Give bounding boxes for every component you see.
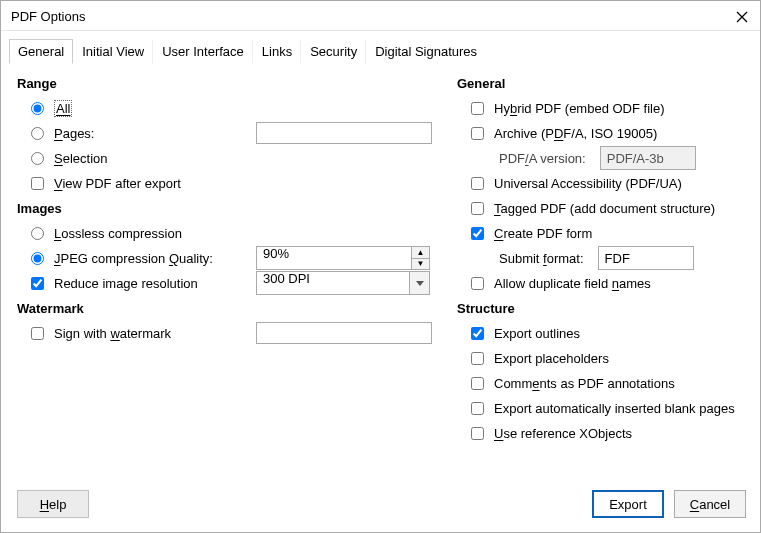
- range-pages-input[interactable]: [31, 127, 44, 140]
- tagged-pdf-checkbox[interactable]: Tagged PDF (add document structure): [471, 196, 746, 220]
- tab-digital-signatures[interactable]: Digital Signatures: [366, 39, 485, 64]
- export-auto-blank-label: Export automatically inserted blank page…: [494, 401, 735, 416]
- pdfa-value: [601, 147, 761, 169]
- sign-watermark-input[interactable]: [31, 327, 44, 340]
- spinner-up-icon[interactable]: ▲: [412, 247, 429, 259]
- create-pdf-form-label: Create PDF form: [494, 226, 592, 241]
- archive-checkbox[interactable]: Archive (PDF/A, ISO 19005): [471, 121, 746, 145]
- close-icon: [736, 11, 748, 23]
- titlebar: PDF Options: [1, 1, 760, 31]
- images-heading: Images: [17, 201, 437, 216]
- create-pdf-form-input[interactable]: [471, 227, 484, 240]
- submit-format-value[interactable]: [599, 247, 761, 269]
- pdfa-version-label: PDF/A version:: [499, 151, 586, 166]
- range-pages-label: Pages:: [54, 126, 250, 141]
- allow-duplicate-checkbox[interactable]: Allow duplicate field names: [471, 271, 746, 295]
- pdfa-version-row: PDF/A version:: [471, 146, 746, 170]
- tagged-pdf-label: Tagged PDF (add document structure): [494, 201, 715, 216]
- range-selection-input[interactable]: [31, 152, 44, 165]
- content-area: Range All Pages: Selection View PDF afte…: [1, 64, 760, 456]
- reduce-resolution-input[interactable]: [31, 277, 44, 290]
- tab-links[interactable]: Links: [253, 39, 301, 64]
- general-heading: General: [457, 76, 746, 91]
- range-selection-radio[interactable]: Selection: [31, 146, 437, 170]
- window-title: PDF Options: [11, 9, 85, 24]
- jpeg-input[interactable]: [31, 252, 44, 265]
- jpeg-label: JPEG compression Quality:: [54, 251, 250, 266]
- use-reference-xobjects-checkbox[interactable]: Use reference XObjects: [471, 421, 746, 445]
- pdfa-combo: [600, 146, 696, 170]
- resolution-combo[interactable]: [256, 271, 430, 295]
- universal-accessibility-checkbox[interactable]: Universal Accessibility (PDF/UA): [471, 171, 746, 195]
- export-placeholders-label: Export placeholders: [494, 351, 609, 366]
- range-pages-radio[interactable]: Pages:: [31, 121, 437, 145]
- sign-watermark-checkbox[interactable]: Sign with watermark: [31, 321, 437, 345]
- hybrid-pdf-checkbox[interactable]: Hybrid PDF (embed ODF file): [471, 96, 746, 120]
- universal-accessibility-label: Universal Accessibility (PDF/UA): [494, 176, 682, 191]
- tab-general[interactable]: General: [9, 39, 73, 64]
- tab-security[interactable]: Security: [301, 39, 366, 64]
- export-auto-blank-checkbox[interactable]: Export automatically inserted blank page…: [471, 396, 746, 420]
- archive-label: Archive (PDF/A, ISO 19005): [494, 126, 657, 141]
- use-reference-xobjects-label: Use reference XObjects: [494, 426, 632, 441]
- resolution-value[interactable]: [257, 272, 405, 285]
- export-outlines-checkbox[interactable]: Export outlines: [471, 321, 746, 345]
- footer: Help Export Cancel: [1, 480, 760, 532]
- submit-format-row: Submit format:: [471, 246, 746, 270]
- tab-bar: General Initial View User Interface Link…: [1, 31, 760, 64]
- archive-input[interactable]: [471, 127, 484, 140]
- jpeg-quality-spinner[interactable]: ▲ ▼: [256, 246, 430, 270]
- tab-user-interface[interactable]: User Interface: [153, 39, 253, 64]
- reduce-resolution-label: Reduce image resolution: [54, 276, 250, 291]
- export-button[interactable]: Export: [592, 490, 664, 518]
- view-pdf-label: View PDF after export: [54, 176, 181, 191]
- export-placeholders-input[interactable]: [471, 352, 484, 365]
- hybrid-pdf-label: Hybrid PDF (embed ODF file): [494, 101, 665, 116]
- export-outlines-label: Export outlines: [494, 326, 580, 341]
- tab-initial-view[interactable]: Initial View: [73, 39, 153, 64]
- sign-watermark-label: Sign with watermark: [54, 326, 250, 341]
- range-selection-label: Selection: [54, 151, 107, 166]
- jpeg-radio[interactable]: JPEG compression Quality: ▲ ▼: [31, 246, 437, 270]
- lossless-label: Lossless compression: [54, 226, 182, 241]
- jpeg-quality-value[interactable]: [257, 247, 407, 260]
- export-auto-blank-input[interactable]: [471, 402, 484, 415]
- view-pdf-checkbox[interactable]: View PDF after export: [31, 171, 437, 195]
- spinner-down-icon[interactable]: ▼: [412, 259, 429, 270]
- submit-format-label: Submit format:: [499, 251, 584, 266]
- tagged-pdf-input[interactable]: [471, 202, 484, 215]
- chevron-down-icon[interactable]: [409, 272, 429, 294]
- reduce-resolution-checkbox[interactable]: Reduce image resolution: [31, 271, 437, 295]
- comments-input[interactable]: [471, 377, 484, 390]
- universal-accessibility-input[interactable]: [471, 177, 484, 190]
- range-pages-field[interactable]: [256, 122, 432, 144]
- range-all-input[interactable]: [31, 102, 44, 115]
- comments-checkbox[interactable]: Comments as PDF annotations: [471, 371, 746, 395]
- allow-duplicate-input[interactable]: [471, 277, 484, 290]
- allow-duplicate-label: Allow duplicate field names: [494, 276, 651, 291]
- submit-format-combo[interactable]: [598, 246, 694, 270]
- hybrid-pdf-input[interactable]: [471, 102, 484, 115]
- help-button[interactable]: Help: [17, 490, 89, 518]
- structure-heading: Structure: [457, 301, 746, 316]
- lossless-input[interactable]: [31, 227, 44, 240]
- use-reference-xobjects-input[interactable]: [471, 427, 484, 440]
- watermark-heading: Watermark: [17, 301, 437, 316]
- watermark-field[interactable]: [256, 322, 432, 344]
- cancel-button[interactable]: Cancel: [674, 490, 746, 518]
- create-pdf-form-checkbox[interactable]: Create PDF form: [471, 221, 746, 245]
- comments-label: Comments as PDF annotations: [494, 376, 675, 391]
- export-placeholders-checkbox[interactable]: Export placeholders: [471, 346, 746, 370]
- export-outlines-input[interactable]: [471, 327, 484, 340]
- lossless-radio[interactable]: Lossless compression: [31, 221, 437, 245]
- range-all-label: All: [54, 101, 72, 116]
- close-button[interactable]: [734, 9, 750, 25]
- view-pdf-input[interactable]: [31, 177, 44, 190]
- range-all-radio[interactable]: All: [31, 96, 437, 120]
- range-heading: Range: [17, 76, 437, 91]
